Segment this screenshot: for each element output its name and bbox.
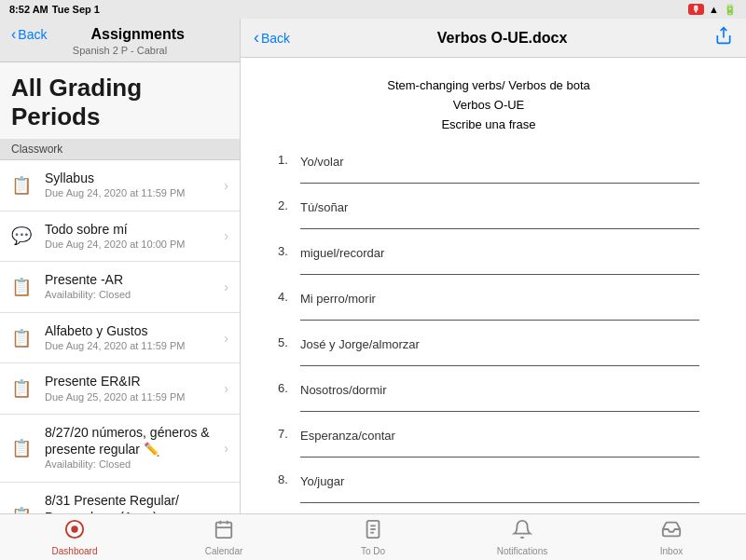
left-header: ‹ Back Assignments Spanish 2 P - Cabral	[0, 19, 240, 62]
tab-notifications[interactable]: Notifications	[448, 514, 597, 560]
main-container: ‹ Back Assignments Spanish 2 P - Cabral …	[0, 19, 746, 513]
assignment-chevron-icon: ›	[224, 331, 228, 346]
assignment-doc-icon: 📋	[11, 277, 37, 297]
left-back-chevron-icon: ‹	[11, 26, 16, 43]
assignment-chevron-icon: ›	[224, 441, 228, 456]
assignment-chevron-icon: ›	[224, 228, 228, 243]
doc-line-content: José y Jorge/almorzar	[300, 335, 699, 366]
doc-heading2: Verbos O-UE	[278, 96, 699, 116]
status-bar-left: 8:52 AM Tue Sep 1	[9, 4, 100, 15]
doc-title-section: Stem-changing verbs/ Verbos de bota Verb…	[278, 76, 699, 134]
tab-dashboard-label: Dashboard	[52, 546, 98, 556]
doc-line-number: 8.	[278, 472, 300, 486]
doc-line-item: 6. Nosotros/dormir	[278, 381, 699, 412]
tab-calendar-label: Calendar	[205, 546, 243, 556]
assignment-item-content: Alfabeto y Gustos Due Aug 24, 2020 at 11…	[45, 322, 224, 354]
doc-line-content: Nosotros/dormir	[300, 381, 699, 412]
doc-line-content: Mi perro/morir	[300, 290, 699, 321]
assignment-title: Alfabeto y Gustos	[45, 322, 224, 339]
doc-line-item: 8. Yo/jugar	[278, 472, 699, 503]
status-bar-right: 🎙 ▲ 🔋	[688, 4, 737, 16]
left-panel-title: Assignments	[47, 26, 228, 43]
right-panel-title: Verbos O-UE.docx	[437, 30, 568, 47]
doc-line-content: Tú/soñar	[300, 198, 699, 229]
doc-heading1: Stem-changing verbs/ Verbos de bota	[278, 76, 699, 96]
assignment-item[interactable]: 📋 Syllabus Due Aug 24, 2020 at 11:59 PM …	[0, 160, 240, 212]
doc-underline	[300, 274, 699, 275]
doc-line-item: 5. José y Jorge/almorzar	[278, 335, 699, 366]
assignment-chevron-icon: ›	[224, 509, 228, 513]
assignment-doc-icon: 📋	[11, 328, 37, 348]
assignment-sub: Availability: Closed	[45, 458, 224, 471]
assignment-item[interactable]: 📋 8/27/20 números, géneros & presente re…	[0, 415, 240, 483]
doc-line-content: Yo/jugar	[300, 472, 699, 503]
date-display: Tue Sep 1	[52, 4, 100, 15]
doc-lines: 1. Yo/volar 2. Tú/soñar 3. miguel/record…	[278, 153, 699, 513]
tab-todo-label: To Do	[361, 546, 385, 556]
right-back-button[interactable]: ‹ Back	[254, 28, 290, 48]
doc-underline	[300, 457, 699, 458]
classwork-section-heading: Classwork	[0, 139, 240, 160]
tab-inbox[interactable]: Inbox	[597, 514, 746, 560]
doc-line-text: Nosotros/dormir	[300, 383, 386, 397]
svg-point-2	[71, 526, 77, 532]
assignment-item[interactable]: 📋 Presente -AR Availability: Closed ›	[0, 262, 240, 313]
all-grading-title: All Grading Periods	[0, 62, 240, 139]
doc-line-text: miguel/recordar	[300, 246, 384, 260]
doc-line-content: Yo/volar	[300, 153, 699, 184]
left-panel: ‹ Back Assignments Spanish 2 P - Cabral …	[0, 19, 241, 513]
doc-line-item: 1. Yo/volar	[278, 153, 699, 184]
doc-line-text: Yo/jugar	[300, 474, 344, 488]
share-button[interactable]	[714, 26, 733, 49]
inbox-icon	[661, 519, 682, 544]
doc-line-number: 6.	[278, 381, 300, 395]
assignment-chevron-icon: ›	[224, 280, 228, 294]
doc-line-number: 3.	[278, 244, 300, 258]
assignment-sub: Due Aug 24, 2020 at 11:59 PM	[45, 186, 224, 200]
assignment-title: Todo sobre mí	[45, 221, 224, 238]
assignment-sub: Due Aug 25, 2020 at 11:59 PM	[45, 390, 224, 404]
left-back-label: Back	[18, 27, 47, 42]
assignment-item[interactable]: 📋 Alfabeto y Gustos Due Aug 24, 2020 at …	[0, 313, 240, 364]
tab-todo[interactable]: To Do	[298, 514, 448, 560]
assignment-title: 8/31 Presente Regular/ Pronombres (Asyn)	[45, 492, 224, 513]
doc-line-number: 5.	[278, 335, 300, 349]
doc-line-text: Esperanza/contar	[300, 429, 395, 443]
battery-icon: 🔋	[724, 4, 737, 16]
doc-line-text: Mi perro/morir	[300, 292, 376, 306]
right-header: ‹ Back Verbos O-UE.docx	[241, 19, 746, 58]
doc-line-text: José y Jorge/almorzar	[300, 337, 420, 351]
left-back-button[interactable]: ‹ Back	[11, 26, 47, 43]
assignment-title: Presente ER&IR	[45, 373, 224, 389]
assignment-item[interactable]: 📋 8/31 Presente Regular/ Pronombres (Asy…	[0, 483, 240, 513]
doc-line-item: 3. miguel/recordar	[278, 244, 699, 275]
document-area: Stem-changing verbs/ Verbos de bota Verb…	[241, 58, 746, 513]
assignments-list: 📋 Syllabus Due Aug 24, 2020 at 11:59 PM …	[0, 160, 240, 513]
assignment-item-content: Todo sobre mí Due Aug 24, 2020 at 10:00 …	[45, 221, 224, 253]
wifi-icon: ▲	[709, 4, 719, 15]
tab-inbox-label: Inbox	[660, 546, 683, 556]
assignment-sub: Availability: Closed	[45, 288, 224, 302]
assignment-doc-icon: 📋	[11, 378, 37, 399]
doc-underline	[300, 411, 699, 412]
doc-heading3: Escribe una frase	[278, 116, 699, 135]
tab-dashboard[interactable]: Dashboard	[0, 514, 149, 560]
tab-calendar[interactable]: Calendar	[149, 514, 298, 560]
assignment-sub: Due Aug 24, 2020 at 11:59 PM	[45, 339, 224, 353]
assignment-item[interactable]: 📋 Presente ER&IR Due Aug 25, 2020 at 11:…	[0, 363, 240, 415]
left-panel-subtitle: Spanish 2 P - Cabral	[11, 45, 228, 56]
doc-line-content: miguel/recordar	[300, 244, 699, 275]
bell-icon	[512, 519, 532, 544]
right-back-chevron-icon: ‹	[254, 28, 259, 48]
doc-line-item: 2. Tú/soñar	[278, 198, 699, 229]
assignment-doc-icon: 📋	[11, 506, 37, 513]
right-panel: ‹ Back Verbos O-UE.docx Stem-changing ve…	[241, 19, 746, 513]
status-bar: 8:52 AM Tue Sep 1 🎙 ▲ 🔋	[0, 0, 746, 19]
assignment-item-content: 8/31 Presente Regular/ Pronombres (Asyn)…	[45, 492, 224, 513]
assignment-chevron-icon: ›	[224, 381, 228, 396]
doc-line-number: 7.	[278, 427, 300, 441]
doc-line-text: Yo/volar	[300, 155, 344, 169]
todo-icon	[363, 519, 383, 544]
assignment-item[interactable]: 💬 Todo sobre mí Due Aug 24, 2020 at 10:0…	[0, 212, 240, 263]
assignment-sub: Due Aug 24, 2020 at 10:00 PM	[45, 238, 224, 252]
